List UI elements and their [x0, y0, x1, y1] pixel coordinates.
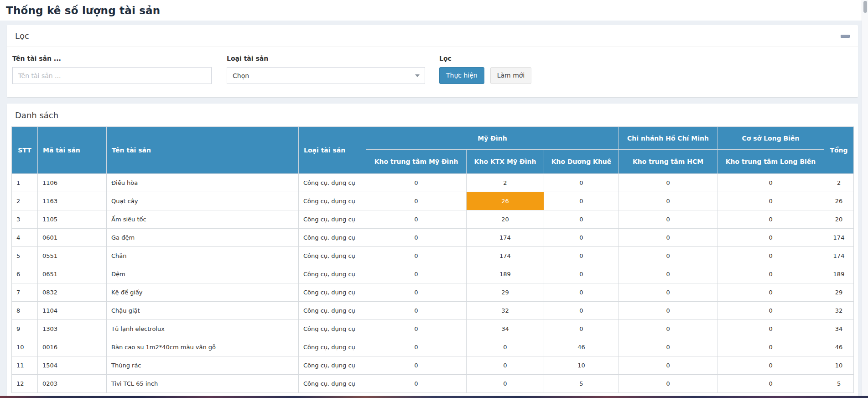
cell-kho-trung-tam-my-dinh: 0: [366, 283, 467, 302]
table-row: 111504Thùng rácCông cụ, dụng cụ00100010: [12, 356, 854, 375]
cell-kho-trung-tam-long-bien: 0: [717, 338, 824, 356]
cell-kho-duong-khue: 0: [544, 174, 619, 192]
cell-stt: 9: [12, 320, 38, 338]
cell-kho-trung-tam-long-bien: 0: [717, 265, 824, 283]
chevron-down-icon: [415, 74, 420, 77]
cell-kho-ktx-my-dinh: 32: [467, 302, 544, 320]
cell-kho-trung-tam-long-bien: 0: [717, 302, 824, 320]
cell-name: Ấm siêu tốc: [107, 210, 299, 229]
cell-total: 174: [824, 229, 854, 247]
list-panel-header: Danh sách: [7, 104, 858, 126]
cell-code: 1104: [38, 302, 107, 320]
cell-stt: 8: [12, 302, 38, 320]
cell-kho-trung-tam-hcm: 0: [619, 320, 717, 338]
cell-type: Công cụ, dụng cụ: [299, 338, 366, 356]
cell-stt: 2: [12, 192, 38, 210]
cell-kho-trung-tam-my-dinh: 0: [366, 192, 467, 210]
scrollbar-thumb[interactable]: [863, 1, 867, 13]
cell-kho-trung-tam-hcm: 0: [619, 338, 717, 356]
cell-stt: 12: [12, 375, 38, 393]
cell-kho-trung-tam-long-bien: 0: [717, 174, 824, 192]
col-header-code: Mã tài sản: [38, 127, 107, 174]
cell-kho-duong-khue: 5: [544, 375, 619, 393]
cell-code: 0551: [38, 247, 107, 265]
page: Thống kê số lượng tài sản Lọc Tên tài sả…: [0, 0, 862, 398]
cell-kho-trung-tam-long-bien: 0: [717, 283, 824, 302]
filter-actions-group: Lọc Thực hiện Làm mới: [439, 55, 531, 84]
cell-stt: 10: [12, 338, 38, 356]
cell-code: 1303: [38, 320, 107, 338]
cell-kho-ktx-my-dinh: 29: [467, 283, 544, 302]
cell-kho-trung-tam-hcm: 0: [619, 174, 717, 192]
cell-kho-ktx-my-dinh: 0: [467, 375, 544, 393]
cell-total: 29: [824, 283, 854, 302]
cell-kho-duong-khue: 0: [544, 302, 619, 320]
cell-name: Ga đệm: [107, 229, 299, 247]
cell-type: Công cụ, dụng cụ: [299, 283, 366, 302]
group-header-long-bien: Cơ sở Long Biên: [717, 127, 824, 150]
table-row: 31105Ấm siêu tốcCông cụ, dụng cụ02000020: [12, 210, 854, 229]
cell-kho-ktx-my-dinh: 0: [467, 338, 544, 356]
list-panel: Danh sách STT Mã tài sản Tên tài sản Loạ…: [7, 104, 858, 398]
cell-kho-trung-tam-my-dinh: 0: [366, 229, 467, 247]
cell-name: Bàn cao su 1m2*40cm màu vân gỗ: [107, 338, 299, 356]
cell-total: 26: [824, 192, 854, 210]
cell-kho-trung-tam-hcm: 0: [619, 283, 717, 302]
col-header-total: Tổng: [824, 127, 854, 174]
cell-code: 0016: [38, 338, 107, 356]
list-panel-title: Danh sách: [15, 110, 58, 120]
cell-total: 46: [824, 338, 854, 356]
minus-icon: [841, 35, 850, 38]
cell-kho-duong-khue: 0: [544, 265, 619, 283]
cell-kho-trung-tam-hcm: 0: [619, 229, 717, 247]
cell-stt: 6: [12, 265, 38, 283]
cell-total: 2: [824, 174, 854, 192]
cell-kho-ktx-my-dinh: 174: [467, 229, 544, 247]
group-header-hcm: Chi nhánh Hồ Chí Minh: [619, 127, 717, 150]
cell-total: 34: [824, 320, 854, 338]
cell-kho-trung-tam-long-bien: 0: [717, 210, 824, 229]
filter-panel-header: Lọc: [7, 25, 858, 47]
submit-button[interactable]: Thực hiện: [439, 67, 484, 84]
reset-button[interactable]: Làm mới: [490, 67, 532, 84]
cell-code: 1105: [38, 210, 107, 229]
cell-kho-trung-tam-hcm: 0: [619, 247, 717, 265]
asset-name-input[interactable]: [12, 67, 212, 84]
cell-code: 1106: [38, 174, 107, 192]
cell-code: 1163: [38, 192, 107, 210]
cell-type: Công cụ, dụng cụ: [299, 302, 366, 320]
cell-stt: 3: [12, 210, 38, 229]
table-row: 60651ĐệmCông cụ, dụng cụ0189000189: [12, 265, 854, 283]
table-row: 11106Điều hòaCông cụ, dụng cụ020002: [12, 174, 854, 192]
vertical-scrollbar[interactable]: [862, 0, 868, 398]
subcol-header-kho-ktx-my-dinh: Kho KTX Mỹ Đình: [467, 150, 544, 174]
collapse-button[interactable]: [841, 34, 850, 38]
cell-kho-ktx-my-dinh: 34: [467, 320, 544, 338]
filter-panel-title: Lọc: [15, 31, 29, 41]
col-header-name: Tên tài sản: [107, 127, 299, 174]
cell-kho-ktx-my-dinh: 2: [467, 174, 544, 192]
cell-kho-trung-tam-my-dinh: 0: [366, 247, 467, 265]
cell-total: 174: [824, 247, 854, 265]
table-row: 21163Quạt câyCông cụ, dụng cụ02600026: [12, 192, 854, 210]
cell-kho-trung-tam-my-dinh: 0: [366, 320, 467, 338]
cell-kho-trung-tam-my-dinh: 0: [366, 302, 467, 320]
cell-total: 10: [824, 356, 854, 375]
cell-kho-trung-tam-hcm: 0: [619, 210, 717, 229]
table-row: 50551ChănCông cụ, dụng cụ0174000174: [12, 247, 854, 265]
group-header-my-dinh: Mỹ Đình: [366, 127, 619, 150]
table-row: 70832Kệ để giấyCông cụ, dụng cụ02900029: [12, 283, 854, 302]
cell-stt: 11: [12, 356, 38, 375]
cell-kho-trung-tam-long-bien: 0: [717, 356, 824, 375]
table-row: 81104Chậu giặtCông cụ, dụng cụ03200032: [12, 302, 854, 320]
cell-kho-trung-tam-my-dinh: 0: [366, 210, 467, 229]
cell-kho-trung-tam-my-dinh: 0: [366, 356, 467, 375]
asset-type-select[interactable]: Chọn: [227, 67, 425, 84]
filter-panel-body: Tên tài sản ... Loại tài sản Chọn Lọc Th…: [7, 47, 858, 84]
cell-name: Đệm: [107, 265, 299, 283]
cell-name: Tủ lạnh electrolux: [107, 320, 299, 338]
subcol-header-kho-trung-tam-long-bien: Kho trung tâm Long Biên: [717, 150, 824, 174]
cell-stt: 5: [12, 247, 38, 265]
cell-type: Công cụ, dụng cụ: [299, 229, 366, 247]
cell-name: Kệ để giấy: [107, 283, 299, 302]
